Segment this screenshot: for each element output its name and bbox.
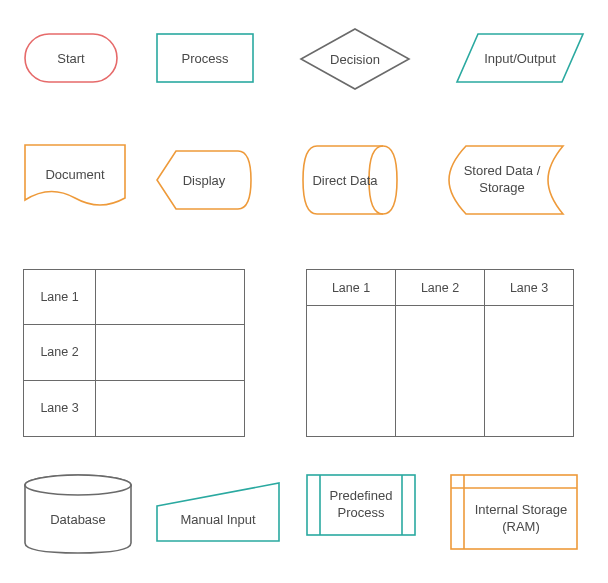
svg-rect-10: [451, 475, 577, 549]
database-shape[interactable]: [24, 474, 132, 554]
io-shape[interactable]: [456, 33, 584, 83]
process-shape[interactable]: [156, 33, 254, 83]
svg-marker-6: [157, 483, 279, 541]
swimlane-h-header: Lane 1: [24, 270, 96, 324]
document-shape[interactable]: [24, 144, 126, 214]
swimlane-vertical[interactable]: Lane 1 Lane 2 Lane 3: [306, 269, 574, 437]
svg-marker-2: [301, 29, 409, 89]
manual-input-shape[interactable]: [156, 482, 280, 542]
swimlane-v-cell: [396, 306, 485, 436]
swimlane-h-header: Lane 3: [24, 381, 96, 436]
svg-rect-0: [25, 34, 117, 82]
swimlane-horizontal[interactable]: Lane 1 Lane 2 Lane 3: [23, 269, 245, 437]
svg-rect-1: [157, 34, 253, 82]
swimlane-h-cell: [96, 325, 244, 379]
swimlane-h-cell: [96, 270, 244, 324]
swimlane-h-cell: [96, 381, 244, 436]
swimlane-v-header: Lane 2: [396, 270, 485, 305]
swimlane-v-header: Lane 3: [485, 270, 573, 305]
terminator-shape[interactable]: [24, 33, 118, 83]
stored-data-shape[interactable]: [448, 145, 564, 215]
swimlane-v-cell: [307, 306, 396, 436]
svg-rect-7: [307, 475, 415, 535]
svg-point-5: [25, 475, 131, 495]
svg-marker-3: [457, 34, 583, 82]
predefined-process-shape[interactable]: [306, 474, 416, 536]
decision-shape[interactable]: [300, 28, 410, 90]
swimlane-v-header: Lane 1: [307, 270, 396, 305]
direct-data-shape[interactable]: [302, 145, 398, 215]
internal-storage-shape[interactable]: [450, 474, 578, 550]
swimlane-v-cell: [485, 306, 573, 436]
swimlane-h-header: Lane 2: [24, 325, 96, 379]
display-shape[interactable]: [156, 150, 252, 210]
